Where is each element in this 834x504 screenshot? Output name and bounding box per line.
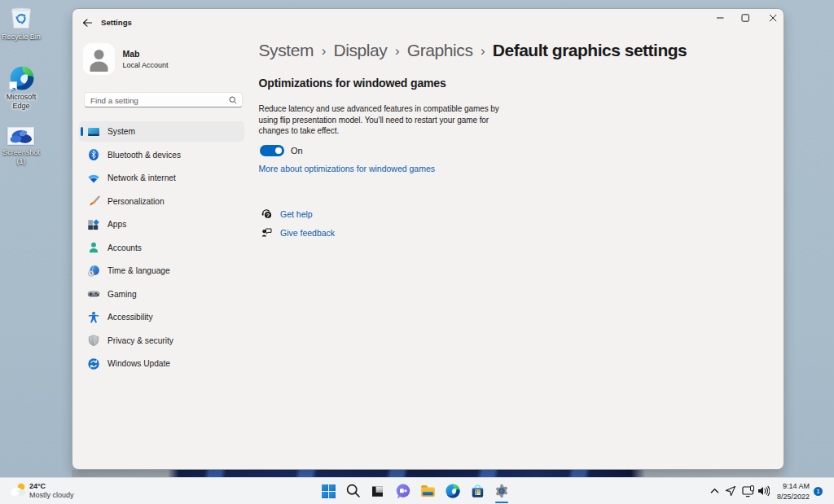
svg-text:?: ? xyxy=(266,213,270,218)
